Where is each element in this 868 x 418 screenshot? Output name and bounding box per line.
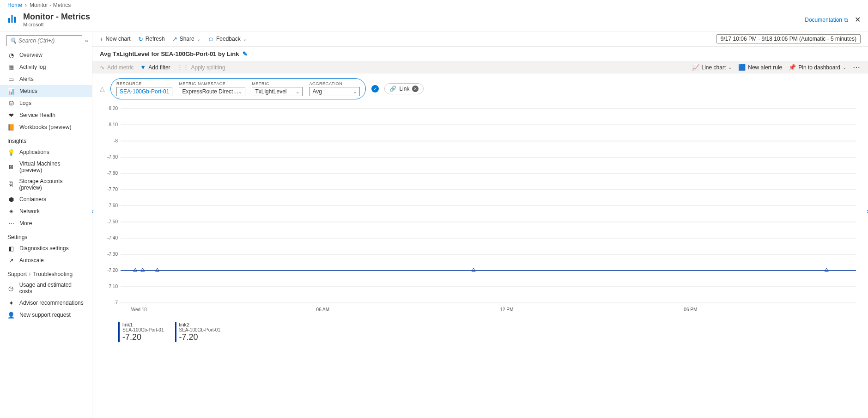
- svg-text:-7.80: -7.80: [107, 171, 118, 176]
- sidebar-item-storage-accounts-preview-[interactable]: 🗄Storage Accounts (preview): [0, 176, 92, 193]
- sidebar-item-advisor-recommendations[interactable]: ✦Advisor recommendations: [0, 297, 92, 309]
- sidebar-item-activity-log[interactable]: ▦Activity log: [0, 61, 92, 73]
- sidebar-item-label: Virtual Machines (preview): [19, 160, 85, 173]
- search-input[interactable]: 🔍: [6, 35, 82, 46]
- svg-text:-7.50: -7.50: [107, 219, 118, 224]
- sidebar-item-logs[interactable]: ⛁Logs: [0, 97, 92, 109]
- section-settings: Settings: [0, 229, 92, 242]
- metric-icon: ∿: [100, 64, 105, 71]
- namespace-label: METRIC NAMESPACE: [179, 81, 245, 86]
- pin-dashboard-button[interactable]: 📌Pin to dashboard⌄: [789, 64, 846, 71]
- time-range-picker[interactable]: 9/17 10:06 PM - 9/18 10:06 PM (Automatic…: [716, 34, 861, 43]
- add-metric-button[interactable]: ∿Add metric: [100, 64, 134, 71]
- sidebar-item-service-health[interactable]: ❤Service Health: [0, 109, 92, 121]
- chart-area: -8.20-8.10-8-7.90-7.80-7.70-7.60-7.50-7.…: [92, 104, 868, 418]
- search-icon: 🔍: [10, 37, 17, 44]
- share-button[interactable]: ↗Share⌄: [172, 36, 200, 43]
- sidebar-item-more[interactable]: ⋯More: [0, 217, 92, 229]
- svg-text:-8.20: -8.20: [107, 106, 118, 111]
- filter-pill-link[interactable]: 🔗 Link ✕: [384, 83, 424, 94]
- filter-icon: ▼: [140, 64, 146, 71]
- svg-text:-7.20: -7.20: [107, 268, 118, 273]
- new-alert-button[interactable]: 🟦New alert rule: [738, 64, 782, 71]
- chevron-down-icon: ⌄: [243, 37, 247, 42]
- sidebar-item-new-support-request[interactable]: 👤New support request: [0, 309, 92, 321]
- menu-icon: ❤: [7, 111, 15, 119]
- line-chart-icon: 📈: [692, 64, 699, 71]
- feedback-button[interactable]: ☺Feedback⌄: [208, 36, 247, 43]
- sidebar-item-diagnostics-settings[interactable]: ◧Diagnostics settings: [0, 242, 92, 254]
- sidebar-item-label: More: [19, 220, 32, 227]
- metric-valid-icon: ✓: [371, 85, 379, 92]
- chart-canvas: -8.20-8.10-8-7.90-7.80-7.70-7.60-7.50-7.…: [100, 104, 861, 317]
- svg-text:-7.60: -7.60: [107, 203, 118, 208]
- chevron-down-icon: ⌄: [728, 65, 732, 70]
- legend-resource: SEA-100Gb-Port-01: [122, 327, 164, 332]
- metric-select[interactable]: TxLightLevel⌄: [252, 87, 303, 96]
- apply-splitting-button[interactable]: ⋮⋮Apply splitting: [177, 64, 225, 71]
- page-subtitle: Microsoft: [23, 22, 90, 27]
- breadcrumb-home[interactable]: Home: [7, 2, 22, 8]
- resource-select[interactable]: SEA-100Gb-Port-01: [116, 87, 172, 96]
- documentation-link[interactable]: Documentation ⧉: [805, 17, 848, 23]
- refresh-button[interactable]: ↻Refresh: [138, 36, 165, 43]
- sidebar-item-alerts[interactable]: ▭Alerts: [0, 73, 92, 85]
- metric-selector: RESOURCE SEA-100Gb-Port-01 METRIC NAMESP…: [110, 78, 366, 99]
- menu-icon: 👤: [7, 311, 15, 319]
- more-menu-icon[interactable]: ⋯: [853, 63, 861, 72]
- sidebar-item-network[interactable]: ✴Network: [0, 205, 92, 217]
- pin-icon: 📌: [789, 64, 796, 71]
- sidebar-item-workbooks-preview-[interactable]: 📙Workbooks (preview): [0, 121, 92, 133]
- sidebar-item-usage-and-estimated-costs[interactable]: ◷Usage and estimated costs: [0, 279, 92, 297]
- title-bar: Monitor - Metrics Microsoft Documentatio…: [0, 10, 868, 31]
- external-link-icon: ⧉: [844, 17, 848, 23]
- sidebar-item-virtual-machines-preview-[interactable]: 🖥Virtual Machines (preview): [0, 158, 92, 176]
- sidebar-item-metrics[interactable]: 📊Metrics: [0, 85, 92, 97]
- svg-text:-7.30: -7.30: [107, 252, 118, 257]
- sidebar-item-label: Autoscale: [19, 257, 44, 264]
- edit-title-icon[interactable]: ✎: [243, 50, 248, 57]
- sidebar-item-label: Metrics: [19, 88, 37, 94]
- svg-text:-7.10: -7.10: [107, 284, 118, 289]
- svg-text:06 AM: 06 AM: [316, 307, 329, 312]
- sidebar-item-label: Usage and estimated costs: [19, 282, 85, 295]
- svg-text:-8: -8: [114, 138, 118, 143]
- legend-value: -7.20: [122, 332, 164, 342]
- collapse-sidebar-icon[interactable]: «: [85, 37, 88, 44]
- svg-text:-7.90: -7.90: [107, 154, 118, 160]
- monitor-icon: [7, 13, 18, 26]
- sidebar-item-applications[interactable]: 💡Applications: [0, 146, 92, 158]
- sidebar-item-label: Workbooks (preview): [19, 124, 71, 130]
- legend-name: link2: [179, 322, 221, 327]
- metric-label: METRIC: [252, 81, 303, 86]
- remove-filter-icon[interactable]: ✕: [412, 86, 419, 92]
- sidebar-item-label: Alerts: [19, 76, 34, 82]
- chart-type-select[interactable]: 📈Line chart⌄: [692, 64, 732, 71]
- breadcrumb-current: Monitor - Metrics: [30, 2, 71, 8]
- sidebar-item-label: Applications: [19, 149, 49, 155]
- sidebar-item-overview[interactable]: ◔Overview: [0, 49, 92, 61]
- alert-icon: 🟦: [738, 64, 746, 71]
- legend-item-link1[interactable]: link1SEA-100Gb-Port-01-7.20: [118, 322, 164, 342]
- legend-item-link2[interactable]: link2SEA-100Gb-Port-01-7.20: [175, 322, 221, 342]
- menu-icon: 💡: [7, 148, 15, 156]
- refresh-icon: ↻: [138, 36, 143, 43]
- scroll-left-icon[interactable]: ‹: [92, 207, 94, 215]
- close-icon[interactable]: ✕: [855, 15, 861, 24]
- menu-icon: 🗄: [7, 181, 14, 188]
- resource-label: RESOURCE: [116, 81, 172, 86]
- new-chart-button[interactable]: +New chart: [100, 36, 131, 43]
- sidebar-item-autoscale[interactable]: ↗Autoscale: [0, 254, 92, 266]
- sidebar-item-label: New support request: [19, 312, 71, 318]
- sidebar-item-containers[interactable]: ⬢Containers: [0, 193, 92, 205]
- svg-text:06 PM: 06 PM: [684, 307, 697, 312]
- sidebar-item-label: Network: [19, 208, 40, 215]
- aggregation-select[interactable]: Avg⌄: [309, 87, 360, 96]
- legend-resource: SEA-100Gb-Port-01: [179, 327, 221, 332]
- svg-text:Wed 18: Wed 18: [131, 307, 147, 312]
- sidebar-item-label: Service Health: [19, 112, 55, 118]
- add-filter-button[interactable]: ▼Add filter: [140, 64, 170, 71]
- menu-icon: ✴: [7, 208, 15, 215]
- namespace-select[interactable]: ExpressRoute Direct…⌄: [179, 87, 245, 96]
- menu-icon: ◔: [7, 51, 15, 59]
